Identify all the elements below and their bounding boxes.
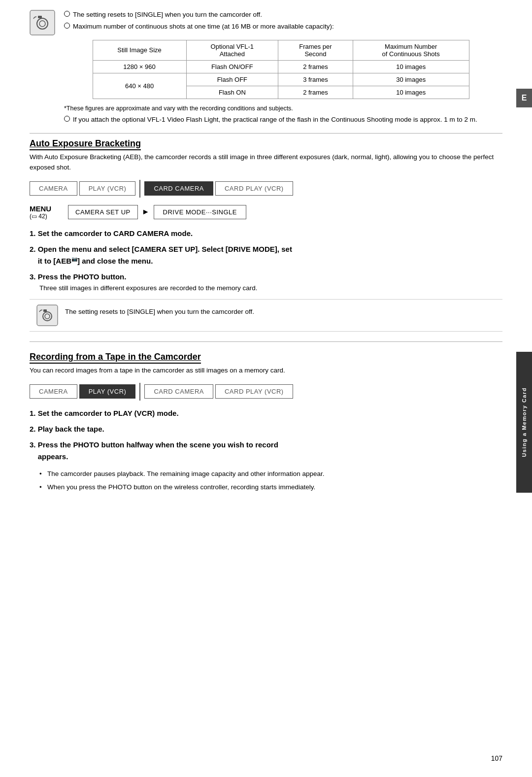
cell-frames-2: 3 frames (278, 73, 353, 86)
page-number: 107 (491, 754, 502, 762)
btn-camera-aeb[interactable]: CAMERA (30, 181, 77, 196)
menu-camera-setup-box: CAMERA SET UP (68, 205, 138, 219)
btn-play-vcr-recording[interactable]: PLAY (VCR) (79, 384, 136, 399)
bullet-circle-1 (64, 11, 70, 17)
note-text-2: Maximum number of continuous shots at on… (73, 22, 334, 32)
btn-play-vcr-aeb[interactable]: PLAY (VCR) (79, 181, 136, 196)
aeb-step3-note: Three still images in different exposure… (30, 283, 502, 294)
aeb-intro: With Auto Exposure Bracketing (AEB), the… (30, 152, 502, 173)
camera-note-icon (36, 304, 58, 326)
cell-size-1: 1280 × 960 (93, 60, 186, 73)
col-header-3: Frames perSecond (278, 40, 353, 60)
bullet-circle-3 (64, 116, 70, 122)
recording-bullet-2: When you press the PHOTO button on the w… (39, 482, 502, 493)
e-tab: E (516, 89, 532, 107)
aeb-note-box: The setting resets to [SINGLE] when you … (30, 299, 502, 332)
note-text-3: If you attach the optional VFL-1 Video F… (73, 115, 477, 125)
btn-card-play-vcr-aeb[interactable]: CARD PLAY (VCR) (215, 181, 293, 196)
svg-rect-0 (30, 10, 55, 35)
aeb-step-2: 2. Open the menu and select [CAMERA SET … (30, 243, 502, 267)
menu-drive-mode-box: DRIVE MODE···SINGLE (154, 205, 246, 219)
aeb-step-1: 1. Set the camcorder to CARD CAMERA mode… (30, 228, 502, 239)
cell-flash-3: Flash ON (186, 86, 278, 99)
bullet-circle-2 (64, 23, 70, 29)
aeb-note-text: The setting resets to [SINGLE] when you … (65, 304, 254, 317)
table-row: 640 × 480 Flash OFF 3 frames 30 images (93, 73, 469, 86)
recording-step-2: 2. Play back the tape. (30, 423, 502, 435)
col-header-2: Optional VFL-1Attached (186, 40, 278, 60)
recording-section-title: Recording from a Tape in the Camcorder (30, 352, 201, 364)
menu-row-aeb: MENU (▭ 42) CAMERA SET UP ► DRIVE MODE··… (30, 204, 502, 220)
recording-step-1: 1. Set the camcorder to PLAY (VCR) mode. (30, 407, 502, 419)
svg-rect-4 (37, 305, 58, 326)
cell-flash-1: Flash ON/OFF (186, 60, 278, 73)
mode-divider-aeb (139, 180, 140, 198)
capacity-table: Still Image Size Optional VFL-1Attached … (93, 40, 469, 99)
table-row: 1280 × 960 Flash ON/OFF 2 frames 10 imag… (93, 60, 469, 73)
recording-step-3: 3. Press the PHOTO button halfway when t… (30, 439, 502, 463)
btn-camera-recording[interactable]: CAMERA (30, 384, 77, 399)
recording-bullet-1: The camcorder pauses playback. The remai… (39, 469, 502, 479)
cell-size-2: 640 × 480 (93, 73, 186, 99)
camera-icon (30, 10, 55, 37)
aeb-step-3: 3. Press the PHOTO button. Three still i… (30, 271, 502, 294)
menu-sub-aeb: (▭ 42) (30, 213, 64, 220)
cell-flash-2: Flash OFF (186, 73, 278, 86)
btn-card-camera-recording[interactable]: CARD CAMERA (144, 384, 213, 399)
recording-mode-buttons-row: CAMERA PLAY (VCR) CARD CAMERA CARD PLAY … (30, 383, 502, 401)
note-text-1: The setting resets to [SINGLE] when you … (73, 10, 262, 20)
col-header-4: Maximum Numberof Continuous Shots (353, 40, 469, 60)
col-header-1: Still Image Size (93, 40, 186, 60)
cell-frames-1: 2 frames (278, 60, 353, 73)
svg-rect-3 (38, 16, 42, 18)
recording-intro: You can record images from a tape in the… (30, 365, 502, 376)
btn-card-play-vcr-recording[interactable]: CARD PLAY (VCR) (215, 384, 293, 399)
recording-bullet-list: The camcorder pauses playback. The remai… (39, 469, 502, 493)
recording-steps-list: 1. Set the camcorder to PLAY (VCR) mode.… (30, 407, 502, 463)
menu-arrow-icon: ► (142, 207, 150, 216)
table-footnote: *These figures are approximate and vary … (64, 104, 502, 113)
cell-frames-3: 2 frames (278, 86, 353, 99)
btn-card-camera-aeb[interactable]: CARD CAMERA (144, 181, 213, 196)
aeb-steps-list: 1. Set the camcorder to CARD CAMERA mode… (30, 228, 502, 294)
cell-shots-3: 10 images (353, 86, 469, 99)
cell-shots-1: 10 images (353, 60, 469, 73)
side-tab-label: Using a Memory Card (521, 387, 527, 457)
cell-shots-2: 30 images (353, 73, 469, 86)
menu-label-aeb: MENU (30, 204, 64, 213)
svg-rect-7 (43, 309, 47, 312)
aeb-section-title: Auto Exposure Bracketing (30, 138, 141, 150)
mode-divider-recording (139, 383, 140, 401)
aeb-mode-buttons-row: CAMERA PLAY (VCR) CARD CAMERA CARD PLAY … (30, 180, 502, 198)
